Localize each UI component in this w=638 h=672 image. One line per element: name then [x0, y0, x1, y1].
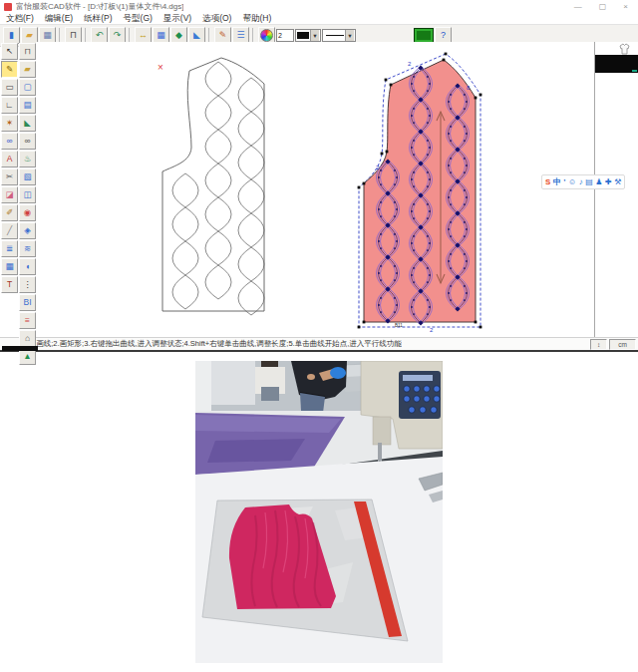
- tool-palette-col1: ↖✎▭∟✶∞A✂◪✐╱≣▦T: [1, 43, 18, 293]
- app-icon: [4, 3, 12, 11]
- tool-palette-col2: ⊓▰▢▤◣∞♨▧◫◉◈≋◖⋮BI≡⌂▲: [19, 43, 36, 365]
- toolbar-separator: [59, 28, 62, 43]
- knife-tool[interactable]: ╱: [1, 222, 18, 239]
- divide-tool[interactable]: ✶: [1, 115, 18, 132]
- pattern-list-panel: [594, 42, 638, 340]
- status-hint: 1.画线;2.画矩形;3.右键拖出曲线,进入调整状态;4.Shift+右键单击曲…: [0, 339, 402, 349]
- needle-bar: [378, 443, 382, 463]
- status-cells: ↕ cm: [590, 339, 638, 350]
- voice-button[interactable]: ♪: [579, 178, 583, 186]
- fill-tool[interactable]: ◣: [19, 115, 36, 132]
- toolbox-button[interactable]: ⚒: [614, 178, 621, 186]
- drawing-board-button[interactable]: [414, 28, 434, 43]
- chevron-down-icon: ▼: [345, 30, 354, 41]
- measure-text-tool[interactable]: A: [1, 151, 18, 168]
- button-tool[interactable]: ⋮: [19, 276, 36, 293]
- delete-marker: ×: [158, 62, 163, 73]
- menu-view[interactable]: 显示(V): [163, 13, 191, 25]
- scissors-tool[interactable]: ✂: [1, 168, 18, 185]
- shirt-tool[interactable]: ◈: [19, 222, 36, 239]
- chevron-down-icon: ▼: [310, 30, 319, 41]
- menu-options[interactable]: 选项(O): [202, 13, 231, 25]
- punct-toggle[interactable]: ’: [563, 178, 565, 186]
- pattern-pen-tool[interactable]: ✐: [1, 204, 18, 221]
- display-tool[interactable]: ▢: [19, 79, 36, 96]
- select-tool[interactable]: ↖: [1, 43, 18, 60]
- menu-size[interactable]: 号型(G): [124, 13, 153, 25]
- toolbar-separator: [129, 28, 132, 43]
- unit-indicator: cm: [609, 339, 636, 350]
- design-canvas[interactable]: 2822B11×: [36, 42, 594, 340]
- worker2-hair: [261, 361, 278, 368]
- comb-tool[interactable]: ≣: [1, 240, 18, 257]
- needle-head: [373, 417, 391, 445]
- line-style-icon: [326, 35, 344, 36]
- photo-scene: [195, 361, 443, 663]
- color-swatch: [297, 32, 309, 39]
- toolbar-separator: [208, 28, 211, 43]
- menu-pattern[interactable]: 纸样(P): [84, 13, 112, 25]
- menu-bar: 文档(F)编辑(E)纸样(P)号型(G)显示(V)选项(O)帮助(H): [0, 13, 638, 24]
- window-controls: — ▢ ×: [574, 3, 634, 11]
- machine-photo: [195, 361, 443, 663]
- lang-toggle[interactable]: 中: [553, 178, 561, 186]
- close-button[interactable]: ×: [623, 3, 628, 11]
- svg-text:2: 2: [430, 327, 434, 333]
- frame-tool[interactable]: ⊓: [19, 43, 36, 60]
- menu-file[interactable]: 文档(F): [6, 13, 34, 25]
- sogou-logo[interactable]: S: [545, 178, 550, 186]
- spray-tool[interactable]: ◉: [19, 204, 36, 221]
- title-bar: 富怡服装CAD软件 - [D:\打板\(1)量体文件\4.dgs] — ▢ ×: [0, 0, 638, 13]
- pattern-drawing: 2822B11×: [36, 42, 594, 340]
- line-color-select[interactable]: ▼: [295, 29, 321, 42]
- menu-edit[interactable]: 编辑(E): [45, 13, 73, 25]
- maximize-button[interactable]: ▢: [599, 3, 607, 11]
- line-style-select[interactable]: ▼: [322, 29, 356, 42]
- wave-tool[interactable]: ≋: [19, 240, 36, 257]
- new-document-button[interactable]: ▮: [3, 27, 20, 44]
- keyboard-button[interactable]: ▤: [585, 178, 593, 186]
- iron-press-tool[interactable]: ⌂: [19, 330, 36, 347]
- stripe-tool[interactable]: ≡: [19, 312, 36, 329]
- svg-text:B11: B11: [395, 323, 403, 328]
- export-tool[interactable]: ▰: [19, 61, 36, 78]
- smart-pen-tool[interactable]: ✎: [1, 61, 18, 78]
- worker-blue-glove: [330, 367, 346, 379]
- rectangle-tool[interactable]: ▭: [1, 79, 18, 96]
- vest-icon: [618, 43, 631, 55]
- window-title: 富怡服装CAD软件 - [D:\打板\(1)量体文件\4.dgs]: [16, 1, 183, 12]
- eraser-tool[interactable]: ◪: [1, 186, 18, 203]
- status-bar: 1.画线;2.画矩形;3.右键拖出曲线,进入调整状态;4.Shift+右键单击曲…: [0, 337, 638, 352]
- minimize-button[interactable]: —: [574, 3, 582, 11]
- compare-length-tool[interactable]: ∞: [1, 133, 18, 150]
- toolbar-separator: [85, 28, 88, 43]
- menu-help[interactable]: 帮助(H): [242, 13, 271, 25]
- skin-button[interactable]: ✚: [605, 178, 612, 186]
- worker-hand: [307, 374, 315, 380]
- scrollbar-thumb[interactable]: [2, 346, 38, 351]
- text-tool[interactable]: T: [1, 276, 18, 293]
- panel-tool[interactable]: ▧: [19, 168, 36, 185]
- tool-palette: ↖✎▭∟✶∞A✂◪✐╱≣▦T ⊓▰▢▤◣∞♨▧◫◉◈≋◖⋮BI≡⌂▲: [1, 43, 36, 365]
- toolbar-separator: [252, 28, 255, 43]
- cad-window: 富怡服装CAD软件 - [D:\打板\(1)量体文件\4.dgs] — ▢ × …: [0, 0, 638, 352]
- buttonhole-tool[interactable]: BI: [19, 294, 36, 311]
- grid-tool[interactable]: ▦: [1, 258, 18, 275]
- machine-display: [403, 375, 433, 381]
- binocular-tool[interactable]: ∞: [19, 133, 36, 150]
- angle-line-tool[interactable]: ∟: [1, 97, 18, 114]
- press-tool[interactable]: ◖: [19, 258, 36, 275]
- svg-text:2: 2: [408, 61, 412, 67]
- emoji-button[interactable]: ☺: [568, 178, 576, 186]
- pleat-table-tool[interactable]: ▤: [19, 97, 36, 114]
- iron-tool[interactable]: ♨: [19, 151, 36, 168]
- sogou-input-bar: S中’☺♪▤♟✚⚒: [541, 174, 625, 189]
- clipboard-button[interactable]: ♟: [595, 178, 602, 186]
- pattern-list-item[interactable]: [595, 55, 638, 73]
- status-grip[interactable]: ↕: [590, 339, 607, 350]
- pen-width-input[interactable]: [276, 29, 294, 42]
- jacket-tool[interactable]: ◫: [19, 186, 36, 203]
